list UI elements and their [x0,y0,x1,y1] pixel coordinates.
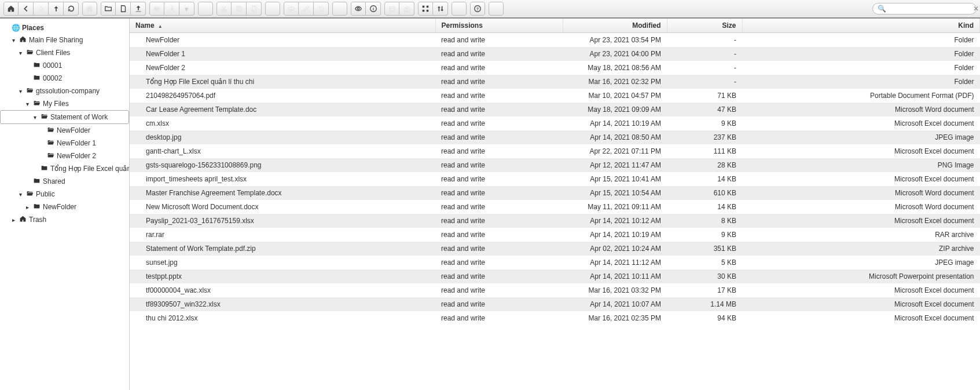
file-row[interactable]: gsts-squarelogo-1562331008869.pngread an… [130,158,980,172]
tree-toggle-icon[interactable]: ▾ [17,50,23,56]
upload-button[interactable] [131,2,146,16]
new-folder-button[interactable] [101,2,116,16]
file-row[interactable]: Payslip_2021-03_1617675159.xlsxread and … [130,214,980,228]
tree-toggle-icon[interactable]: ▸ [10,217,16,223]
column-name[interactable]: Name [130,19,435,33]
file-modified: Apr 23, 2021 04:00 PM [563,47,667,61]
sort-button[interactable] [433,2,448,16]
up-button[interactable] [49,2,64,16]
help-button[interactable]: ? [470,2,485,16]
archive-button[interactable] [384,2,399,16]
action-menu[interactable]: ▾ [179,2,194,16]
cut-button[interactable] [216,2,232,16]
column-kind[interactable]: Kind [742,19,980,33]
search-box[interactable]: 🔍 ✕ [872,3,977,14]
file-name: NewFolder [130,33,435,48]
file-permissions: read and write [435,297,563,311]
file-modified: May 11, 2021 09:11 AM [563,200,667,214]
tree-node[interactable]: ▾My Files [0,97,129,110]
tree-node[interactable]: ▾Public [0,188,129,201]
file-row[interactable]: 210498264957064.pdfread and writeMar 10,… [130,89,980,103]
tree-node[interactable]: ▸NewFolder [0,201,129,213]
column-permissions[interactable]: Permissions [435,19,563,33]
tree-toggle-icon[interactable]: ▾ [17,88,23,94]
file-row[interactable]: rar.rarread and writeApr 14, 2021 10:19 … [130,228,980,242]
tree-toggle-icon[interactable]: ▸ [24,204,30,210]
rename-button[interactable] [284,2,299,16]
info-button[interactable]: i [366,2,381,16]
tree-node[interactable]: Tổng Hợp File Excel quản lí [0,162,129,175]
select-button[interactable] [82,2,97,16]
forward-button[interactable] [34,2,49,16]
tree-node[interactable]: ▾Main File Sharing [0,34,129,46]
file-row[interactable]: tf89309507_win322.xlsxread and writeApr … [130,297,980,311]
file-row[interactable]: sunset.jpgread and writeApr 14, 2021 11:… [130,256,980,269]
tree-toggle-icon[interactable]: ▾ [32,114,38,121]
tree-node[interactable]: ▸Trash [0,213,129,226]
file-row[interactable]: tf00000004_wac.xlsxread and writeMar 16,… [130,283,980,297]
tree-node[interactable]: NewFolder 1 [0,137,129,150]
file-row[interactable]: Statement of Work Template.pdf.zipread a… [130,242,980,256]
tree-toggle-icon[interactable]: ▾ [24,101,30,107]
paste-button[interactable] [247,2,262,16]
delete-button[interactable] [314,2,329,16]
tree-node[interactable]: 00002 [0,72,129,85]
tree-node[interactable]: Shared [0,175,129,188]
file-size: - [667,75,742,89]
edit-button[interactable] [299,2,314,16]
back-button[interactable] [19,2,34,16]
svg-rect-0 [87,6,93,12]
file-kind: ZIP archive [742,242,980,256]
view-icons-button[interactable] [418,2,433,16]
file-permissions: read and write [435,186,563,200]
tree-node[interactable]: NewFolder [0,124,129,137]
column-modified[interactable]: Modified [563,19,667,33]
file-row[interactable]: Car Lease Agreement Template.docread and… [130,103,980,116]
file-permissions: read and write [435,33,563,48]
search-input[interactable] [886,5,973,13]
tree-node[interactable]: ▾Client Files [0,46,129,59]
file-row[interactable]: Tổng Hợp File Excel quản lí thu chiread … [130,75,980,89]
tree-label: 00001 [43,61,62,70]
clear-search-icon[interactable]: ✕ [973,5,979,13]
file-modified: Apr 14, 2021 10:07 AM [563,297,667,311]
file-row[interactable]: cm.xlsxread and writeApr 14, 2021 10:19 … [130,116,980,130]
download-button[interactable] [164,2,179,16]
file-row[interactable]: NewFolderread and writeApr 23, 2021 03:5… [130,33,980,48]
tree-node[interactable]: ▾Statement of Work [0,110,129,124]
file-permissions: read and write [435,269,563,283]
file-row[interactable]: desktop.jpgread and writeApr 14, 2021 08… [130,130,980,144]
file-kind: Microsoft Excel document [742,144,980,158]
tree-label: Shared [43,177,65,185]
copy-button[interactable] [232,2,247,16]
file-modified: May 18, 2021 08:56 AM [563,61,667,75]
file-row[interactable]: gantt-chart_L.xlsxread and writeApr 22, … [130,144,980,158]
file-row[interactable]: New Microsoft Word Document.docxread and… [130,200,980,214]
new-file-button[interactable] [116,2,131,16]
places-header: 🌐 Places [0,22,129,34]
file-permissions: read and write [435,256,563,269]
folder-open-icon [40,112,48,122]
file-name: Payslip_2021-03_1617675159.xlsx [130,214,435,228]
reload-button[interactable] [64,2,79,16]
file-row[interactable]: NewFolder 1read and writeApr 23, 2021 04… [130,47,980,61]
tree-toggle-icon[interactable]: ▾ [10,37,16,43]
tree-toggle-icon[interactable]: ▾ [17,191,23,198]
file-row[interactable]: Master Franchise Agreement Template.docx… [130,186,980,200]
file-row[interactable]: import_timesheets april_test.xlsxread an… [130,172,980,186]
file-row[interactable]: testppt.pptxread and writeApr 14, 2021 1… [130,269,980,283]
preview-button[interactable] [351,2,366,16]
home-button[interactable] [3,2,19,16]
extract-button[interactable] [399,2,414,16]
file-row[interactable]: thu chi 2012.xlsxread and writeMar 16, 2… [130,311,980,325]
tree-node[interactable]: ▾gtssolution-company [0,85,129,97]
folder-icon [41,164,48,173]
file-name: NewFolder 2 [130,61,435,75]
tree-label: Trash [29,216,46,224]
tree-node[interactable]: NewFolder 2 [0,150,129,162]
tree-node[interactable]: 00001 [0,59,129,72]
open-button[interactable] [149,2,164,16]
svg-rect-16 [423,10,425,12]
file-row[interactable]: NewFolder 2read and writeMay 18, 2021 08… [130,61,980,75]
column-size[interactable]: Size [667,19,742,33]
